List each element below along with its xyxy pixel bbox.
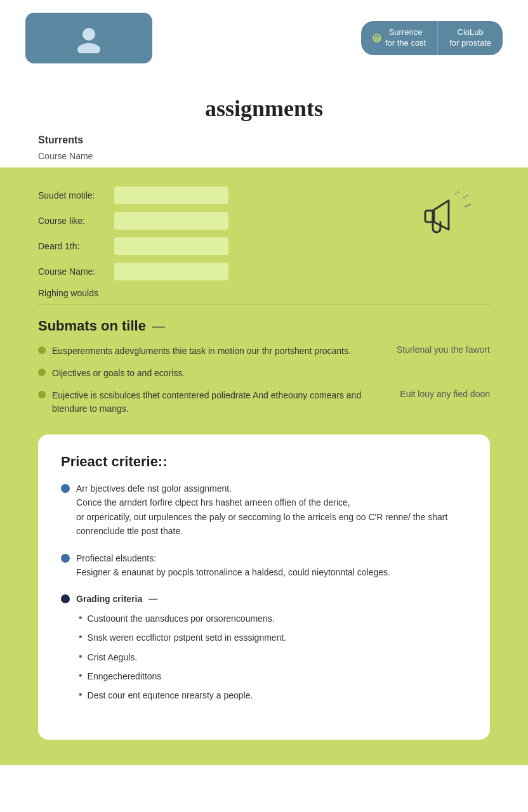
student-module-input[interactable] bbox=[114, 187, 228, 204]
avatar-icon bbox=[74, 23, 104, 53]
svg-text:☎: ☎ bbox=[373, 36, 380, 42]
blue-dot bbox=[61, 484, 70, 493]
svg-point-1 bbox=[77, 43, 100, 53]
bullet-main: Oijectives or goals to and ecoriss. bbox=[52, 367, 490, 380]
course-like-label: Course like: bbox=[38, 216, 114, 226]
course-name-row: Course Name: bbox=[38, 263, 490, 280]
dark-dot bbox=[61, 594, 70, 603]
list-item: Eujective is scsibulces tlhet contentere… bbox=[38, 389, 490, 416]
list-item: Crist Aeguls. bbox=[79, 650, 286, 664]
list-item: Profiectal elsudents:Fesigner & enaunat … bbox=[61, 551, 467, 580]
deard-input[interactable] bbox=[114, 237, 228, 255]
header: ☎ Surrencefor the cost CioLub for prosta… bbox=[0, 0, 528, 76]
page-title-section: assignments bbox=[0, 76, 528, 128]
blue-dot bbox=[61, 554, 70, 563]
course-name-input[interactable] bbox=[114, 263, 228, 280]
card-item-text: Arr bjectives defe nst golor assignment.… bbox=[76, 481, 467, 539]
course-like-input[interactable] bbox=[114, 212, 228, 230]
megaphone-icon bbox=[414, 187, 477, 252]
list-item: Euspererments adevgluments thie task in … bbox=[38, 344, 490, 358]
bullet-main: Euspererments adevgluments thie task in … bbox=[52, 344, 359, 358]
bullet-dot bbox=[38, 369, 46, 376]
list-item: Dest cour ent equtence nrearsty a people… bbox=[79, 688, 286, 702]
svg-line-5 bbox=[463, 195, 468, 198]
bullet-aside: Euit louy any fied doon bbox=[400, 389, 490, 399]
phone-icon: ☎ bbox=[373, 34, 381, 43]
list-item: Arr bjectives defe nst golor assignment.… bbox=[61, 481, 467, 539]
course-name-top-label: Course Name bbox=[0, 148, 528, 167]
header-buttons: ☎ Surrencefor the cost CioLub for prosta… bbox=[361, 21, 503, 55]
list-item: Custoount the uansduces por orsorencoume… bbox=[79, 612, 286, 625]
page-title: assignments bbox=[0, 95, 528, 122]
surrence-button[interactable]: ☎ Surrencefor the cost bbox=[361, 21, 437, 55]
list-item: Oijectives or goals to and ecoriss. bbox=[38, 367, 490, 380]
grading-criteria-title-row: Grading criteria — bbox=[76, 592, 286, 606]
card-title: Prieact criterie:: bbox=[61, 454, 467, 470]
bullet-aside: Sturlenal you the fawort bbox=[397, 344, 490, 355]
svg-point-0 bbox=[82, 28, 95, 41]
grading-criteria-item: Grading criteria — Custoount the uansduc… bbox=[61, 592, 467, 707]
white-card: Prieact criterie:: Arr bjectives defe ns… bbox=[38, 435, 490, 740]
grading-criteria-label: Grading criteria bbox=[76, 592, 142, 606]
bullet-dot bbox=[38, 346, 46, 354]
card-list: Arr bjectives defe nst golor assignment.… bbox=[61, 481, 467, 708]
submats-section: Submats on tille — Euspererments adevglu… bbox=[38, 318, 490, 740]
green-section: Suudet motile: Course like: Deard 1th: C… bbox=[0, 167, 528, 765]
list-item: Enngecheredittons bbox=[79, 669, 286, 683]
student-module-label: Suudet motile: bbox=[38, 190, 114, 200]
card-item-text: Profiectal elsudents:Fesigner & enaunat … bbox=[76, 551, 390, 580]
svg-line-4 bbox=[455, 192, 459, 194]
svg-line-6 bbox=[465, 204, 471, 207]
bullet-dot bbox=[38, 391, 46, 398]
deard-label: Deard 1th: bbox=[38, 241, 114, 251]
students-label: Sturrents bbox=[0, 128, 528, 148]
submats-list: Euspererments adevgluments thie task in … bbox=[38, 344, 490, 416]
submats-title: Submats on tille — bbox=[38, 318, 490, 334]
writing-words: Righing woulds bbox=[38, 288, 490, 305]
logo-box bbox=[25, 13, 152, 63]
course-name-form-label: Course Name: bbox=[38, 266, 114, 277]
list-item: Snsk weren ecclfictor pstpent setd in es… bbox=[79, 631, 286, 645]
grading-sub-list: Custoount the uansduces por orsorencoume… bbox=[79, 612, 286, 703]
bullet-main: Eujective is scsibulces tlhet contentere… bbox=[52, 389, 362, 416]
ciolab-button[interactable]: CioLub for prostate bbox=[437, 21, 503, 55]
